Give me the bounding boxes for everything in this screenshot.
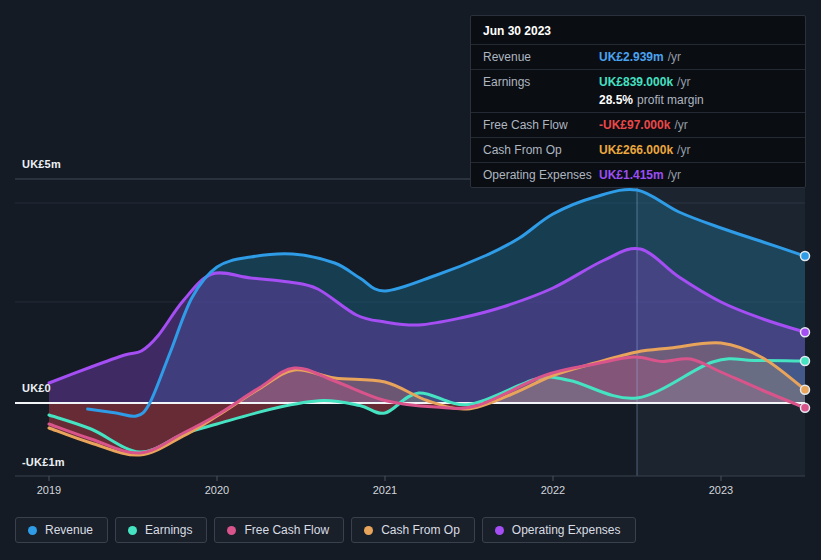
tooltip-date: Jun 30 2023 <box>471 16 805 44</box>
legend-label: Earnings <box>145 523 192 537</box>
tooltip-value: UK£1.415m <box>599 168 664 182</box>
tooltip-value: UK£839.000k <box>599 75 673 89</box>
chart-tooltip: Jun 30 2023 Revenue UK£2.939m/yr Earning… <box>470 15 806 188</box>
legend-label: Free Cash Flow <box>244 523 329 537</box>
tooltip-row-revenue: Revenue UK£2.939m/yr <box>471 44 805 69</box>
tooltip-label: Cash From Op <box>483 142 599 158</box>
series-endpoint-revenue[interactable] <box>801 252 810 261</box>
tooltip-row-earnings: Earnings UK£839.000k/yr 28.5%profit marg… <box>471 69 805 112</box>
y-axis-label-zero: UK£0 <box>22 382 51 394</box>
tooltip-value: UK£266.000k <box>599 143 673 157</box>
x-axis-year-label: 2021 <box>373 484 397 496</box>
tooltip-value: -UK£97.000k <box>599 118 670 132</box>
tooltip-row-free-cash-flow: Free Cash Flow -UK£97.000k/yr <box>471 112 805 137</box>
legend-label: Operating Expenses <box>512 523 621 537</box>
series-endpoint-operating-expenses[interactable] <box>801 328 810 337</box>
tooltip-profit-margin: 28.5%profit margin <box>599 92 704 108</box>
series-endpoint-earnings[interactable] <box>801 357 810 366</box>
tooltip-unit: /yr <box>677 75 690 89</box>
chart-legend: Revenue Earnings Free Cash Flow Cash Fro… <box>15 517 636 543</box>
cash-from-op-series-dot-icon <box>364 526 373 535</box>
legend-item-earnings[interactable]: Earnings <box>115 517 207 543</box>
legend-item-free-cash-flow[interactable]: Free Cash Flow <box>214 517 344 543</box>
free-cash-flow-series-dot-icon <box>227 526 236 535</box>
legend-item-operating-expenses[interactable]: Operating Expenses <box>482 517 636 543</box>
tooltip-unit: /yr <box>668 50 681 64</box>
legend-label: Cash From Op <box>381 523 460 537</box>
legend-label: Revenue <box>45 523 93 537</box>
series-endpoint-free-cash-flow[interactable] <box>801 403 810 412</box>
revenue-series-dot-icon <box>28 526 37 535</box>
tooltip-unit: /yr <box>668 168 681 182</box>
operating-expenses-series-dot-icon <box>495 526 504 535</box>
tooltip-label: Free Cash Flow <box>483 117 599 133</box>
tooltip-unit: /yr <box>674 118 687 132</box>
tooltip-label: Earnings <box>483 74 599 90</box>
tooltip-value: UK£2.939m <box>599 50 664 64</box>
x-axis-year-label: 2019 <box>37 484 61 496</box>
tooltip-row-operating-expenses: Operating Expenses UK£1.415m/yr <box>471 162 805 187</box>
x-axis-year-label: 2022 <box>541 484 565 496</box>
tooltip-label: Revenue <box>483 49 599 65</box>
x-axis: 20192020202120222023 <box>15 476 805 496</box>
y-axis-label-neg1m: -UK£1m <box>22 456 65 468</box>
series-endpoint-cash-from-op[interactable] <box>801 385 810 394</box>
legend-item-revenue[interactable]: Revenue <box>15 517 108 543</box>
legend-item-cash-from-op[interactable]: Cash From Op <box>351 517 475 543</box>
x-axis-year-label: 2020 <box>205 484 229 496</box>
tooltip-row-cash-from-op: Cash From Op UK£266.000k/yr <box>471 137 805 162</box>
tooltip-label: Operating Expenses <box>483 167 599 183</box>
latest-period-highlight <box>637 180 805 476</box>
tooltip-unit: /yr <box>677 143 690 157</box>
y-axis-label-5m: UK£5m <box>22 158 61 170</box>
x-axis-year-label: 2023 <box>709 484 733 496</box>
earnings-series-dot-icon <box>128 526 137 535</box>
